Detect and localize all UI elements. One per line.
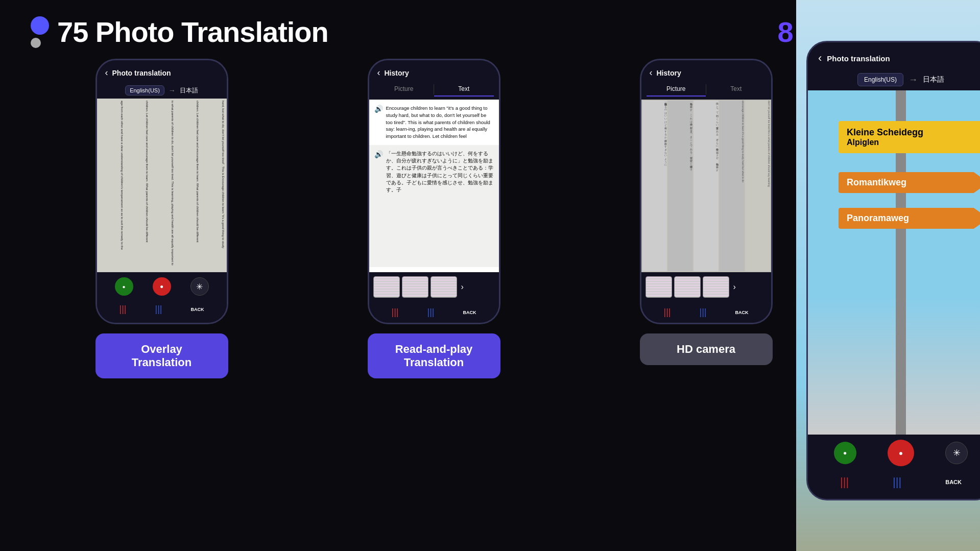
- phone1-back-arrow[interactable]: ‹: [105, 67, 108, 78]
- phone1-card: ‹ Photo translation English(US) → 日本語 ag…: [31, 59, 293, 543]
- phone2-bars1-icon[interactable]: |||: [391, 307, 398, 318]
- phone3-thumb-strip: ›: [641, 272, 771, 302]
- phone2-sound-icon2[interactable]: 🔊: [374, 150, 383, 262]
- sign-text-1: Kleine Scheidegg: [847, 127, 980, 138]
- large-phone-red-btn[interactable]: ●: [888, 440, 914, 466]
- sign-orange1: Romantikweg: [839, 172, 980, 193]
- phone1-label: OverlayTranslation: [95, 333, 228, 378]
- sparkle-icon: ✳: [196, 282, 203, 292]
- phone1-red-btn[interactable]: ●: [153, 277, 171, 296]
- sign-orange1-text: Romantikweg: [847, 177, 980, 188]
- phone3-bars1-icon[interactable]: |||: [663, 307, 671, 318]
- phone2-label: Read-and-playTranslation: [368, 333, 500, 378]
- large-phone-green-btn[interactable]: ●: [834, 442, 856, 464]
- large-phone-lang-arrow: →: [909, 75, 918, 85]
- phone2-card: ‹ History Picture Text 🔊 Encourage child…: [303, 59, 565, 543]
- large-phone-footer: ||| ||| BACK: [808, 471, 980, 499]
- sign-background: Kleine Scheidegg Alpiglen Romantikweg Pa…: [808, 90, 980, 435]
- phone2-thumb-arrow[interactable]: ›: [461, 282, 464, 292]
- phone1-back-btn[interactable]: BACK: [190, 307, 204, 312]
- large-phone-back-btn[interactable]: BACK: [945, 479, 962, 485]
- phone1-lang-arrow: →: [169, 86, 176, 94]
- phone2-wrapper: ‹ History Picture Text 🔊 Encourage child…: [368, 59, 500, 324]
- sign-yellow: Kleine Scheidegg Alpiglen: [839, 121, 980, 153]
- large-phone-sparkle-btn[interactable]: ✳: [945, 442, 968, 464]
- phone2-jp-block: 🔊 「一生懸命勉強するのはいいけど、何をするか、自分が疲れすぎないように」と勉強…: [369, 145, 499, 267]
- phone2-tab-text[interactable]: Text: [434, 82, 494, 97]
- phone3-thumb-arrow[interactable]: ›: [733, 282, 736, 292]
- phone3-thumb2[interactable]: [674, 276, 701, 298]
- phone3-label-text: HD camera: [677, 343, 735, 355]
- phone1-bars2-icon[interactable]: |||: [155, 304, 162, 315]
- phone2-bars2-icon[interactable]: |||: [427, 307, 434, 318]
- phone2-thumb3[interactable]: [431, 276, 457, 298]
- large-phone-bars1-icon[interactable]: |||: [840, 475, 849, 489]
- phone1-inner: ‹ Photo translation English(US) → 日本語 ag…: [97, 60, 227, 323]
- phone3-inner: ‹ History Picture Text 一生懸命勉強するのはいいけど何をす…: [641, 60, 771, 323]
- phone3-wrapper: ‹ History Picture Text 一生懸命勉強するのはいいけど何をす…: [640, 59, 773, 324]
- phone2-header: ‹ History: [369, 60, 499, 82]
- logo-icon: [31, 16, 49, 48]
- header-title: 75 Photo Translation: [57, 15, 328, 49]
- phone1-green-btn[interactable]: ●: [115, 277, 133, 296]
- phone2-thumb1[interactable]: [373, 276, 400, 298]
- phone1-bars1-icon[interactable]: |||: [119, 304, 126, 315]
- large-phone-header: ‹ Photo translation: [808, 42, 980, 69]
- right-section: ‹ Photo translation English(US) → 日本語 Kl…: [796, 0, 980, 551]
- phone1-footer: ||| ||| BACK: [97, 301, 227, 323]
- phone3-label: HD camera: [640, 333, 773, 365]
- phone2-inner: ‹ History Picture Text 🔊 Encourage child…: [369, 60, 499, 323]
- phone3-header: ‹ History: [641, 60, 771, 82]
- phone2-jp-text: 「一生懸命勉強するのはいいけど、何をするか、自分が疲れすぎないように」と勉強を励…: [386, 150, 494, 262]
- large-phone-lang-bar: English(US) → 日本語: [808, 69, 980, 90]
- phone1-lang-from[interactable]: English(US): [125, 85, 164, 95]
- phone3-back-arrow[interactable]: ‹: [650, 67, 653, 78]
- sign-orange2: Panoramaweg: [839, 208, 980, 229]
- phone1-title: Photo translation: [112, 69, 171, 77]
- phone1-wrapper: ‹ Photo translation English(US) → 日本語 ag…: [95, 59, 228, 324]
- phone3-title: History: [657, 69, 681, 77]
- phone3-controls: ||| ||| BACK: [641, 302, 771, 323]
- phone1-sparkle-btn[interactable]: ✳: [190, 277, 209, 296]
- sign-orange2-text: Panoramaweg: [847, 213, 980, 224]
- phone2-text-content: 🔊 Encourage children to learn "it's a go…: [369, 100, 499, 272]
- large-phone-lang-from[interactable]: English(US): [857, 73, 903, 86]
- phone1-label-text: OverlayTranslation: [132, 343, 192, 369]
- phone2-title: History: [385, 69, 409, 77]
- dot-small: [31, 38, 41, 48]
- phone2-thumb2[interactable]: [402, 276, 428, 298]
- large-phone-content: Kleine Scheidegg Alpiglen Romantikweg Pa…: [808, 90, 980, 435]
- phone3-tab-text[interactable]: Text: [706, 82, 766, 97]
- phone3-content: 一生懸命勉強するのはいいけど何をするか自分が疲れすぎないように 勉強を励ます。こ…: [641, 100, 771, 272]
- phone3-thumb1[interactable]: [646, 276, 672, 298]
- phone2-controls: ||| ||| BACK: [369, 302, 499, 323]
- large-phone-bars2-icon[interactable]: |||: [893, 475, 901, 489]
- phone1-lang-bar: English(US) → 日本語: [97, 82, 227, 99]
- phone1-header: ‹ Photo translation: [97, 60, 227, 82]
- phone1-text-visual: age from each other and have a clear und…: [97, 99, 227, 272]
- large-phone-back-arrow[interactable]: ‹: [818, 52, 822, 65]
- phone2-back-arrow[interactable]: ‹: [377, 67, 380, 78]
- dot-large: [31, 16, 49, 35]
- phone2-sound-icon[interactable]: 🔊: [374, 105, 383, 140]
- phone2-tab-picture[interactable]: Picture: [374, 82, 434, 97]
- header-left: 75 Photo Translation: [31, 15, 328, 49]
- phone2-back-btn[interactable]: BACK: [463, 310, 476, 315]
- large-phone: ‹ Photo translation English(US) → 日本語 Kl…: [806, 41, 980, 500]
- large-phone-title: Photo translation: [827, 54, 890, 63]
- phone3-back-btn[interactable]: BACK: [735, 310, 748, 315]
- large-phone-lang-to: 日本語: [923, 75, 944, 84]
- phone2-tabs: Picture Text: [369, 82, 499, 100]
- sign-text-2: Alpiglen: [847, 138, 980, 147]
- phone2-en-text: Encourage children to learn "it's a good…: [386, 105, 494, 140]
- phone3-thumb3[interactable]: [703, 276, 729, 298]
- phone3-tabs: Picture Text: [641, 82, 771, 100]
- phone3-columns: 一生懸命勉強するのはいいけど何をするか自分が疲れすぎないように 勉強を励ます。こ…: [641, 100, 771, 272]
- phone2-en-block: 🔊 Encourage children to learn "it's a go…: [369, 100, 499, 140]
- phone3-bars2-icon[interactable]: |||: [699, 307, 706, 318]
- phone2-label-text: Read-and-playTranslation: [395, 343, 473, 369]
- large-phone-controls: ● ● ✳: [808, 435, 980, 471]
- phone1-lang-to: 日本語: [180, 86, 198, 95]
- phone1-content: age from each other and have a clear und…: [97, 99, 227, 272]
- phone3-tab-picture[interactable]: Picture: [647, 82, 706, 97]
